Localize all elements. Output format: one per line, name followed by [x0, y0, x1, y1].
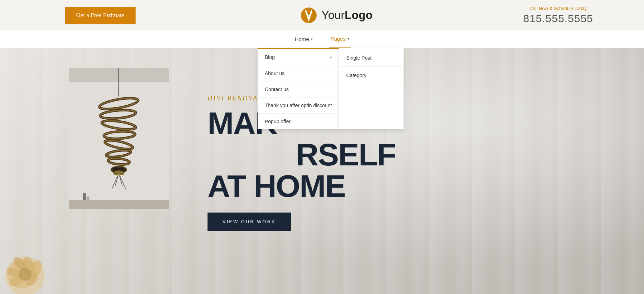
navbar: Home ▾ Pages ▾ Blog ▸ About us Contact u…	[0, 30, 644, 48]
dropdown-item-popup[interactable]: Popup offer	[258, 114, 339, 129]
logo-text: YourLogo	[322, 9, 373, 22]
dropdown-item-about-label: About us	[265, 70, 284, 76]
nav-pages-label: Pages	[331, 36, 346, 42]
dropdown-item-about[interactable]: About us	[258, 65, 339, 81]
phone-number: 815.555.5555	[523, 13, 593, 25]
logo-area: YourLogo	[300, 7, 373, 24]
call-label: Call Now & Schedule Today	[530, 6, 587, 11]
dropdown-item-blog-label: Blog	[265, 54, 275, 60]
chandelier-svg	[69, 68, 169, 209]
chevron-right-icon: ▸	[330, 55, 332, 60]
hero-title-line3: AT HOME	[208, 170, 395, 202]
flower-decoration	[0, 240, 72, 294]
header-right: Call Now & Schedule Today 815.555.5555	[472, 0, 644, 30]
chevron-down-icon: ▾	[347, 37, 349, 41]
nav-pages[interactable]: Pages ▾	[329, 31, 351, 48]
nav-home-label: Home	[295, 36, 309, 42]
pages-dropdown-wrapper: Blog ▸ About us Contact us Thank you aft…	[258, 48, 404, 129]
chevron-down-icon: ▾	[311, 37, 313, 41]
blog-subdropdown: Single Post Category	[339, 48, 404, 129]
header-center: YourLogo	[200, 0, 472, 30]
dropdown-item-blog[interactable]: Blog ▸	[258, 49, 339, 65]
dropdown-item-contact[interactable]: Contact us	[258, 81, 339, 98]
svg-rect-28	[69, 200, 169, 209]
pages-dropdown: Blog ▸ About us Contact us Thank you aft…	[258, 48, 339, 129]
dropdown-item-thankyou[interactable]: Thank you after optin discount	[258, 98, 339, 114]
svg-point-37	[19, 268, 31, 281]
flower-svg	[0, 240, 57, 294]
nav-home[interactable]: Home ▾	[293, 31, 314, 47]
dropdown-item-thankyou-label: Thank you after optin discount	[265, 103, 332, 108]
subdropdown-item-single-post[interactable]: Single Post	[339, 49, 404, 67]
dropdown-item-popup-label: Popup offer	[265, 119, 291, 124]
header-left: Get a Free Estimate	[0, 0, 200, 30]
dropdown-item-contact-label: Contact us	[265, 86, 289, 92]
estimate-button[interactable]: Get a Free Estimate	[65, 7, 136, 24]
header: Get a Free Estimate YourLogo Call Now & …	[0, 0, 644, 30]
svg-point-25	[113, 170, 124, 176]
view-work-button[interactable]: VIEW OUR WORK	[208, 213, 291, 231]
logo-icon	[300, 7, 317, 24]
chandelier-image	[69, 68, 169, 209]
hero-title-line2: RSELF	[208, 139, 395, 170]
subdropdown-item-category[interactable]: Category	[339, 67, 404, 84]
